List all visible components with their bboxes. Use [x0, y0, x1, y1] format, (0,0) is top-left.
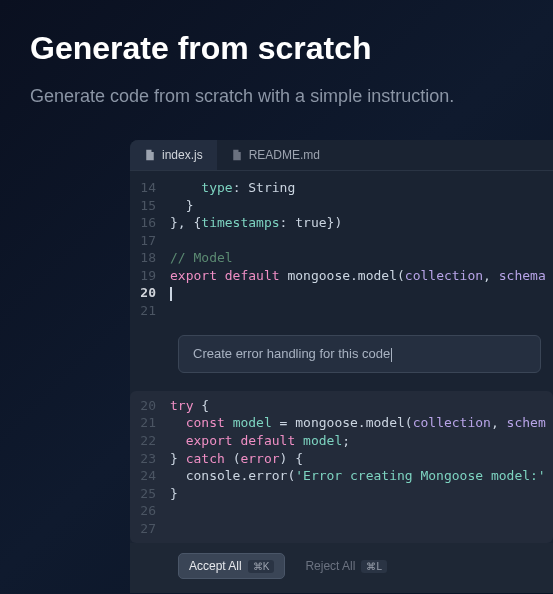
accept-all-button[interactable]: Accept All ⌘K: [178, 553, 285, 579]
code-line[interactable]: 15 }: [130, 197, 553, 215]
code-line[interactable]: 24 console.error('Error creating Mongoos…: [130, 467, 553, 485]
code-line[interactable]: 18// Model: [130, 249, 553, 267]
code-line[interactable]: 22 export default model;: [130, 432, 553, 450]
tab-index-js[interactable]: index.js: [130, 140, 217, 170]
tab-readme[interactable]: README.md: [217, 140, 334, 170]
code-line[interactable]: 16}, {timestamps: true}): [130, 214, 553, 232]
line-content: [170, 284, 553, 302]
line-number: 20: [130, 284, 170, 302]
kbd-shortcut: ⌘L: [361, 560, 387, 573]
code-line[interactable]: 27: [130, 520, 553, 538]
reject-all-button[interactable]: Reject All ⌘L: [295, 553, 397, 579]
line-content: const model = mongoose.model(collection,…: [170, 414, 553, 432]
prompt-text: Create error handling for this code: [193, 346, 390, 361]
cursor-icon: [170, 287, 172, 301]
line-number: 23: [130, 450, 170, 468]
line-number: 26: [130, 502, 170, 520]
line-number: 19: [130, 267, 170, 285]
line-content: export default mongoose.model(collection…: [170, 267, 553, 285]
line-number: 21: [130, 414, 170, 432]
file-md-icon: [231, 149, 243, 161]
tab-label: README.md: [249, 148, 320, 162]
line-content: [170, 502, 553, 520]
tab-label: index.js: [162, 148, 203, 162]
line-number: 15: [130, 197, 170, 215]
file-js-icon: [144, 149, 156, 161]
code-line[interactable]: 26: [130, 502, 553, 520]
line-content: type: String: [170, 179, 553, 197]
line-number: 27: [130, 520, 170, 538]
button-label: Reject All: [305, 559, 355, 573]
line-number: 20: [130, 397, 170, 415]
line-number: 22: [130, 432, 170, 450]
line-number: 21: [130, 302, 170, 320]
code-line[interactable]: 17: [130, 232, 553, 250]
kbd-shortcut: ⌘K: [248, 560, 275, 573]
line-number: 18: [130, 249, 170, 267]
page-title: Generate from scratch: [30, 30, 523, 67]
line-content: [170, 302, 553, 320]
code-line[interactable]: 19export default mongoose.model(collecti…: [130, 267, 553, 285]
line-content: try {: [170, 397, 553, 415]
line-content: console.error('Error creating Mongoose m…: [170, 467, 553, 485]
button-label: Accept All: [189, 559, 242, 573]
code-line[interactable]: 21: [130, 302, 553, 320]
line-number: 14: [130, 179, 170, 197]
code-suggestion: 20try {21 const model = mongoose.model(c…: [130, 391, 553, 543]
code-line[interactable]: 20try {: [130, 397, 553, 415]
line-number: 17: [130, 232, 170, 250]
text-cursor: [391, 348, 392, 362]
line-content: // Model: [170, 249, 553, 267]
line-number: 24: [130, 467, 170, 485]
code-line[interactable]: 23} catch (error) {: [130, 450, 553, 468]
page-subtitle: Generate code from scratch with a simple…: [30, 83, 523, 110]
line-number: 25: [130, 485, 170, 503]
code-line[interactable]: 14 type: String: [130, 179, 553, 197]
action-bar: Accept All ⌘K Reject All ⌘L: [130, 543, 553, 593]
code-line[interactable]: 21 const model = mongoose.model(collecti…: [130, 414, 553, 432]
prompt-input[interactable]: Create error handling for this code: [178, 335, 541, 373]
line-content: }, {timestamps: true}): [170, 214, 553, 232]
suggestion-block: 20try {21 const model = mongoose.model(c…: [130, 391, 553, 593]
editor-panel: index.js README.md 14 type: String15 }16…: [130, 140, 553, 593]
tab-bar: index.js README.md: [130, 140, 553, 171]
line-content: [170, 520, 553, 538]
code-line[interactable]: 25}: [130, 485, 553, 503]
code-editor-top[interactable]: 14 type: String15 }16}, {timestamps: tru…: [130, 171, 553, 327]
line-content: }: [170, 485, 553, 503]
line-content: }: [170, 197, 553, 215]
line-number: 16: [130, 214, 170, 232]
line-content: export default model;: [170, 432, 553, 450]
line-content: } catch (error) {: [170, 450, 553, 468]
line-content: [170, 232, 553, 250]
code-line[interactable]: 20: [130, 284, 553, 302]
